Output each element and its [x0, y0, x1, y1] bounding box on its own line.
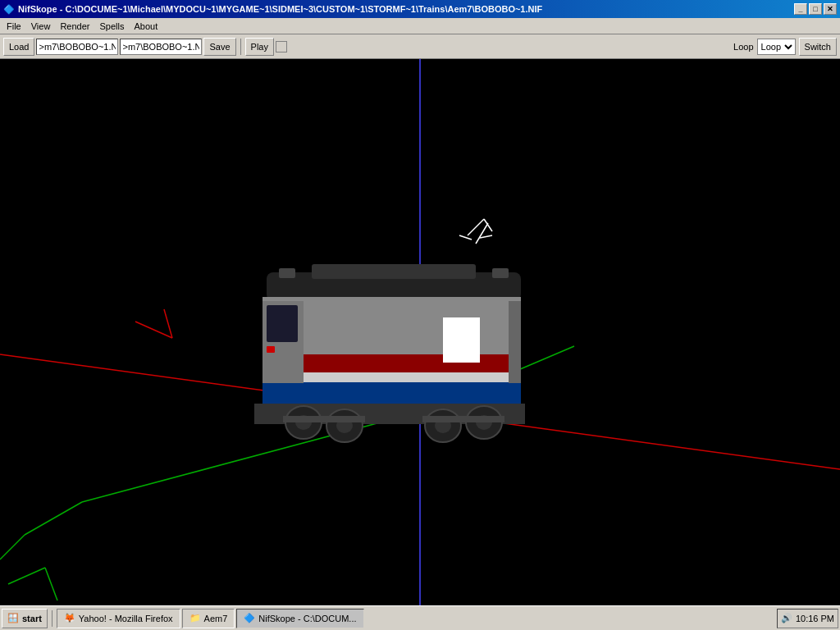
svg-line-9: [0, 535, 25, 559]
svg-line-8: [45, 568, 57, 600]
svg-rect-38: [422, 416, 504, 422]
folder-icon: 📁: [189, 613, 201, 623]
start-icon: 🪟: [7, 613, 19, 623]
taskbar-item-firefox-label: Yahoo! - Mozilla Firefox: [79, 614, 173, 623]
svg-line-3: [164, 309, 172, 338]
clock-time: 10:16 PM: [796, 614, 834, 623]
title-bar: 🔷 NifSkope - C:\DOCUME~1\Michael\MYDOCU~…: [0, 0, 840, 18]
svg-line-7: [8, 568, 45, 584]
taskbar-clock: 🔊 10:16 PM: [777, 609, 838, 628]
menu-render[interactable]: Render: [55, 20, 94, 33]
start-label: start: [22, 614, 42, 623]
toolbar-separator-1: [240, 39, 241, 55]
file-path-input-1[interactable]: [36, 39, 118, 55]
svg-line-5: [82, 412, 420, 502]
svg-rect-26: [267, 346, 275, 353]
title-bar-text: 🔷 NifSkope - C:\DOCUME~1\Michael\MYDOCU~…: [3, 4, 542, 15]
play-button[interactable]: Play: [245, 38, 274, 56]
loop-select[interactable]: Loop: [757, 39, 796, 55]
taskbar-separator: [52, 610, 52, 627]
maximize-button[interactable]: □: [809, 3, 822, 15]
svg-line-11: [484, 219, 492, 231]
taskbar-item-firefox[interactable]: 🦊 Yahoo! - Mozilla Firefox: [57, 609, 180, 628]
nifskope-icon: 🔷: [244, 613, 255, 623]
menu-about[interactable]: About: [129, 20, 162, 33]
close-button[interactable]: ✕: [824, 3, 837, 15]
taskbar-item-nifskope[interactable]: 🔷 NifSkope - C:\DOCUM...: [236, 609, 363, 628]
menu-spells[interactable]: Spells: [94, 20, 129, 33]
svg-line-14: [480, 235, 492, 238]
window-title: NifSkope - C:\DOCUME~1\Michael\MYDOCU~1\…: [18, 4, 542, 14]
title-bar-controls: _ □ ✕: [794, 3, 837, 15]
svg-rect-22: [262, 382, 521, 407]
toolbar: Load Save Play Loop Loop Switch: [0, 34, 840, 59]
taskbar-item-aem7[interactable]: 📁 Aem7: [182, 609, 235, 628]
svg-rect-27: [509, 301, 521, 383]
save-button[interactable]: Save: [203, 38, 235, 56]
taskbar-item-aem7-label: Aem7: [204, 614, 228, 623]
taskbar: 🪟 start 🦊 Yahoo! - Mozilla Firefox 📁 Aem…: [0, 605, 840, 630]
file-path-input-2[interactable]: [120, 39, 202, 55]
menu-bar: File View Render Spells About: [0, 18, 840, 34]
switch-button[interactable]: Switch: [799, 38, 837, 56]
svg-rect-37: [283, 416, 365, 422]
svg-rect-17: [279, 268, 295, 278]
loop-label: Loop: [733, 42, 753, 52]
svg-rect-25: [267, 305, 298, 342]
taskbar-item-nifskope-label: NifSkope - C:\DOCUM...: [258, 614, 356, 623]
svg-rect-28: [443, 317, 480, 363]
toolbar-right: Loop Loop Switch: [733, 38, 837, 56]
firefox-icon: 🦊: [64, 613, 75, 623]
svg-rect-16: [312, 264, 476, 279]
volume-icon: 🔊: [781, 613, 792, 623]
viewport[interactable]: [0, 59, 840, 609]
load-button[interactable]: Load: [3, 38, 34, 56]
start-button[interactable]: 🪟 start: [2, 609, 48, 628]
menu-view[interactable]: View: [26, 20, 56, 33]
menu-file[interactable]: File: [2, 20, 26, 33]
play-indicator: [276, 41, 287, 52]
svg-line-2: [135, 322, 172, 338]
app-icon: 🔷: [3, 4, 15, 15]
svg-rect-18: [492, 268, 509, 278]
svg-line-6: [25, 502, 82, 535]
svg-line-13: [459, 235, 472, 240]
axis-canvas: [0, 59, 840, 609]
minimize-button[interactable]: _: [794, 3, 807, 15]
